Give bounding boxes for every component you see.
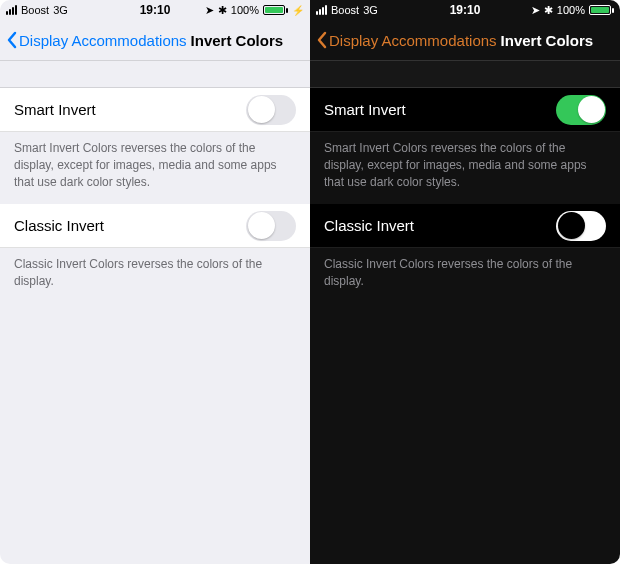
signal-icon (316, 5, 327, 15)
clock: 19:10 (450, 3, 481, 17)
location-icon: ➤ (205, 4, 214, 17)
status-bar: Boost 3G 19:10 ➤ ✱ 100% ⚡ (0, 0, 310, 20)
battery-icon (263, 5, 288, 15)
chevron-left-icon (6, 31, 17, 49)
classic-invert-toggle[interactable] (246, 211, 296, 241)
network-label: 3G (53, 4, 68, 16)
smart-invert-desc: Smart Invert Colors reverses the colors … (0, 132, 310, 204)
classic-invert-row[interactable]: Classic Invert (0, 204, 310, 248)
bluetooth-icon: ✱ (544, 4, 553, 17)
battery-pct: 100% (557, 4, 585, 16)
back-label: Display Accommodations (329, 32, 497, 49)
nav-bar: Display Accommodations Invert Colors (0, 20, 310, 60)
classic-invert-desc: Classic Invert Colors reverses the color… (310, 248, 620, 304)
smart-invert-label: Smart Invert (14, 101, 96, 118)
smart-invert-toggle[interactable] (246, 95, 296, 125)
clock: 19:10 (140, 3, 171, 17)
charging-icon: ⚡ (292, 5, 304, 16)
smart-invert-row[interactable]: Smart Invert (0, 88, 310, 132)
smart-invert-toggle[interactable] (556, 95, 606, 125)
page-title: Invert Colors (501, 32, 594, 49)
section-gap (310, 60, 620, 88)
smart-invert-desc: Smart Invert Colors reverses the colors … (310, 132, 620, 204)
page-title: Invert Colors (191, 32, 284, 49)
phone-light: Boost 3G 19:10 ➤ ✱ 100% ⚡ Display Accomm… (0, 0, 310, 564)
signal-icon (6, 5, 17, 15)
smart-invert-label: Smart Invert (324, 101, 406, 118)
section-gap (0, 60, 310, 88)
battery-icon (589, 5, 614, 15)
back-button[interactable]: Display Accommodations (6, 31, 187, 49)
phone-dark: Boost 3G 19:10 ➤ ✱ 100% Display Accommod… (310, 0, 620, 564)
bluetooth-icon: ✱ (218, 4, 227, 17)
smart-invert-row[interactable]: Smart Invert (310, 88, 620, 132)
carrier-label: Boost (21, 4, 49, 16)
carrier-label: Boost (331, 4, 359, 16)
network-label: 3G (363, 4, 378, 16)
nav-bar: Display Accommodations Invert Colors (310, 20, 620, 60)
back-button[interactable]: Display Accommodations (316, 31, 497, 49)
classic-invert-toggle[interactable] (556, 211, 606, 241)
back-label: Display Accommodations (19, 32, 187, 49)
classic-invert-label: Classic Invert (14, 217, 104, 234)
classic-invert-row[interactable]: Classic Invert (310, 204, 620, 248)
classic-invert-desc: Classic Invert Colors reverses the color… (0, 248, 310, 304)
battery-pct: 100% (231, 4, 259, 16)
status-bar: Boost 3G 19:10 ➤ ✱ 100% (310, 0, 620, 20)
chevron-left-icon (316, 31, 327, 49)
classic-invert-label: Classic Invert (324, 217, 414, 234)
location-icon: ➤ (531, 4, 540, 17)
